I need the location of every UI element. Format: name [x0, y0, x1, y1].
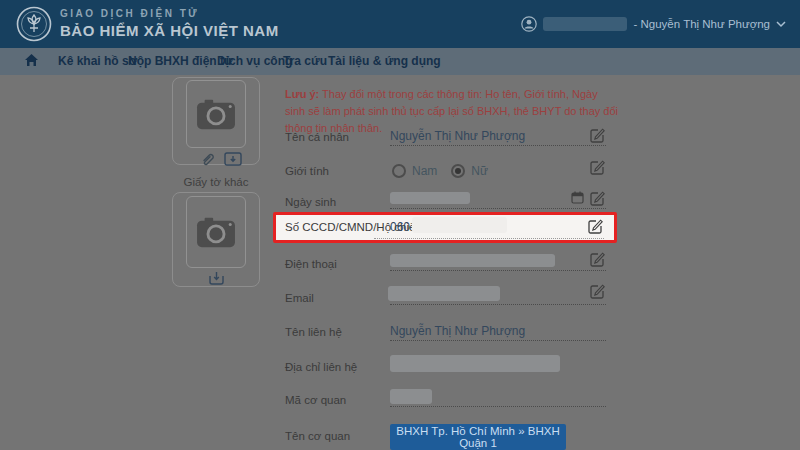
field-value-cccd: 060	[390, 220, 410, 234]
notice-prefix: Lưu ý:	[285, 88, 319, 100]
image-add-icon[interactable]	[224, 151, 242, 167]
download-icon[interactable]	[208, 271, 225, 286]
dien-thoai-redaction	[390, 254, 555, 267]
nav-item-ke-khai-ho-so[interactable]: Kê khai hồ sơ	[58, 48, 137, 75]
chevron-down-icon	[776, 21, 786, 28]
edit-email-icon[interactable]	[588, 282, 606, 300]
radio-nu[interactable]	[451, 164, 465, 178]
app-title: BẢO HIỂM XÃ HỘI VIỆT NAM	[60, 22, 279, 39]
ma-co-quan-redaction	[390, 389, 432, 404]
paperclip-icon[interactable]	[200, 151, 216, 167]
edit-cccd-icon[interactable]	[586, 217, 604, 235]
field-label-gioi-tinh: Giới tính	[285, 165, 329, 177]
page: GIAO DỊCH ĐIỆN TỬ BẢO HIỂM XÃ HỘI VIỆT N…	[0, 0, 800, 450]
main-nav: Kê khai hồ sơ Nộp BHXH điện tử Dịch vụ c…	[0, 48, 800, 75]
dia-chi-redaction	[390, 355, 560, 372]
gender-radio-group: NamNữ	[392, 161, 502, 179]
nav-item-tra-cuu[interactable]: Tra cứu	[283, 48, 327, 75]
calendar-icon[interactable]	[571, 191, 584, 204]
user-id-redaction	[543, 17, 627, 31]
field-label-ma-co-quan: Mã cơ quan	[285, 394, 346, 406]
email-redaction	[388, 286, 500, 301]
field-label-ten-lien-he: Tên liên hệ	[285, 326, 342, 338]
ngay-sinh-redaction	[390, 192, 470, 204]
nav-item-dich-vu-cong[interactable]: Dịch vụ công	[217, 48, 292, 75]
user-icon	[521, 16, 537, 32]
field-value-ten-lien-he: Nguyễn Thị Như Phượng	[390, 324, 525, 338]
cccd-underline	[374, 238, 604, 239]
field-label-dien-thoai: Điện thoại	[285, 258, 337, 270]
radio-nam-label: Nam	[412, 164, 437, 178]
home-icon[interactable]	[24, 53, 39, 68]
radio-nam[interactable]	[392, 164, 406, 178]
photo-placeholder-2[interactable]	[186, 196, 246, 268]
edit-gioi-tinh-icon[interactable]	[588, 158, 606, 176]
camera-icon	[195, 214, 237, 250]
radio-nu-label: Nữ	[471, 164, 488, 178]
edit-ngay-sinh-icon[interactable]	[588, 189, 606, 207]
bhxh-logo-icon	[16, 6, 52, 42]
notice-text: Thay đổi một trong các thông tin: Họ tên…	[285, 88, 618, 134]
cccd-redaction	[412, 217, 507, 233]
field-label-ten-ca-nhan: Tên cá nhân	[285, 131, 349, 143]
field-label-email: Email	[285, 292, 314, 304]
field-value-ten-ca-nhan: Nguyễn Thị Như Phượng	[390, 129, 525, 143]
edit-ten-ca-nhan-icon[interactable]	[588, 126, 606, 144]
field-label-ten-co-quan: Tên cơ quan	[285, 430, 350, 442]
attachment-actions-1	[200, 151, 242, 167]
app-subtitle: GIAO DỊCH ĐIỆN TỬ	[60, 8, 279, 19]
field-label-ngay-sinh: Ngày sinh	[285, 196, 336, 208]
edit-dien-thoai-icon[interactable]	[588, 250, 606, 268]
other-docs-label: Giấy tờ khác	[168, 176, 264, 188]
field-label-dia-chi-lien-he: Địa chỉ liên hệ	[285, 361, 357, 373]
agency-button[interactable]: BHXH Tp. Hồ Chí Minh » BHXH Quận 1	[390, 424, 566, 450]
app-header: GIAO DỊCH ĐIỆN TỬ BẢO HIỂM XÃ HỘI VIỆT N…	[0, 0, 800, 48]
brand-block: GIAO DỊCH ĐIỆN TỬ BẢO HIỂM XÃ HỘI VIỆT N…	[60, 8, 279, 39]
camera-icon	[195, 96, 237, 132]
user-name: - Nguyễn Thị Như Phượng	[633, 18, 770, 30]
user-menu[interactable]: - Nguyễn Thị Như Phượng	[521, 0, 786, 48]
nav-item-tai-lieu-ung-dung[interactable]: Tài liệu & ứng dụng	[328, 48, 441, 75]
photo-placeholder-1[interactable]	[186, 80, 246, 148]
attachment-actions-2	[208, 271, 225, 286]
